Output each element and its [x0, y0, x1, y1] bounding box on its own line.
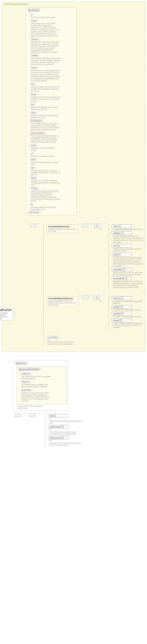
attributes-group: ▣ attributes idThe local identifier of t…	[26, 7, 77, 216]
root-type-name: Flex1ConceptPropType	[0, 309, 12, 311]
attribute-item: confidenceThe confidence with which the …	[20, 372, 65, 380]
attribute-name[interactable]: creatoruri	[30, 38, 40, 40]
attribute-name[interactable]: confidence	[20, 372, 32, 375]
attribute-name[interactable]: how	[30, 83, 36, 86]
attribute-item: pubconstrainturiOne or many constraints …	[30, 132, 75, 143]
element-desc: An identifier of a concept with equivale…	[113, 300, 143, 304]
root-type-box[interactable]: Flex1ConceptPropType Flexible generic PC…	[0, 308, 13, 320]
expand-icon[interactable]: +	[54, 414, 56, 417]
attribute-name[interactable]: id	[30, 13, 34, 16]
attribute-desc: Specifies the language of this property …	[31, 190, 60, 202]
any-attribute-box: any ##other	[28, 211, 41, 214]
element-box[interactable]: name+	[112, 224, 132, 228]
attribute-name[interactable]: pubconstrainturi	[30, 132, 45, 134]
element-name: mainConcept	[50, 426, 61, 428]
attribute-desc: Why the metadata has been included - exp…	[31, 114, 60, 118]
element-item: facetConcept+0..∞A concept which is face…	[48, 436, 82, 446]
attribute-name[interactable]: typeuri	[30, 176, 38, 180]
attribute-list: idThe local identifier of the propertycr…	[30, 13, 75, 210]
connector	[13, 314, 16, 314]
attribute-name[interactable]: modified	[30, 54, 39, 57]
attribute-name[interactable]: type	[30, 166, 36, 169]
extension-label: Flex1PropType (extension)	[4, 3, 143, 6]
occurrence: 0..∞	[47, 339, 143, 341]
attribute-name[interactable]: whyuri	[30, 111, 38, 114]
connector	[78, 296, 81, 296]
attribute-desc: The relevance of the metadata to the new…	[21, 384, 51, 388]
occurrence: 0..∞	[100, 228, 103, 230]
attribute-item: relevanceThe relevance of the metadata t…	[20, 380, 65, 388]
attribute-desc: A free-text value assigned as property v…	[31, 162, 60, 166]
attribute-item: literalA free-text value assigned as pro…	[30, 158, 75, 166]
expand-icon[interactable]: +	[62, 426, 64, 428]
model-group-desc: A group of properties required to define…	[48, 228, 77, 232]
element-desc: A link to an item or a web resource whic…	[113, 272, 143, 276]
any-other-attr: any ##other	[28, 211, 75, 213]
expand-icon[interactable]: +	[121, 312, 124, 315]
attribute-item: creatoruriIf the attribute is empty, spe…	[30, 38, 75, 53]
attribute-name[interactable]: why	[30, 103, 36, 106]
element-item: narrower+An identifier of a more specifi…	[112, 312, 143, 318]
attribute-desc: The type of the concept assigned as cont…	[31, 170, 60, 176]
attribute-name[interactable]: literal	[30, 158, 37, 161]
element-name: sameAs	[113, 297, 120, 299]
element-box[interactable]: mainConcept+	[48, 425, 68, 428]
quantify-group-desc: A group of attributes quantifying the pr…	[17, 405, 47, 409]
expand-icon[interactable]: +	[119, 225, 121, 228]
element-box[interactable]: bag+	[48, 414, 68, 418]
attribute-name[interactable]: pubconstraint	[30, 120, 43, 122]
root-complex-type: Flex1ConceptPropType Flexible generic PC…	[0, 308, 16, 320]
attribute-item: whyuriWhy the metadata has been included…	[30, 111, 75, 118]
expand-icon[interactable]: +	[125, 277, 127, 280]
element-box[interactable]: note+	[112, 244, 132, 248]
element-desc: A natural language name for the concept	[113, 228, 143, 230]
concept-relationships-group[interactable]: ConceptRelationshipsGroup A group of pro…	[46, 296, 78, 307]
connector	[26, 224, 29, 224]
element-item: remoteInfo+A link to an item or a web re…	[112, 268, 143, 276]
boxed-icon: ▣	[16, 362, 18, 364]
element-box[interactable]: narrower+	[112, 312, 132, 315]
element-box[interactable]: facetConcept+	[48, 436, 68, 440]
expand-icon[interactable]: +	[118, 245, 120, 247]
element-item: bag+0..1A group of existing concepts whi…	[48, 414, 82, 424]
attribute-desc: Why the metadata has been included - exp…	[31, 106, 60, 110]
element-desc: The concept which is faceted by other co…	[49, 431, 82, 435]
element-box[interactable]: facet+	[112, 253, 132, 256]
expand-icon[interactable]: +	[118, 254, 120, 256]
element-box[interactable]: remoteInfo+	[112, 268, 132, 271]
quantify-attr-list: confidenceThe confidence with which the …	[20, 372, 65, 402]
element-item: note+Additional natural language informa…	[112, 244, 143, 252]
expand-icon[interactable]: +	[62, 436, 64, 439]
element-desc: A group of existing concepts which expre…	[49, 420, 82, 424]
attribute-name[interactable]: uri	[30, 152, 34, 155]
attribute-name[interactable]: creator	[30, 20, 38, 22]
occurrence: 0..1	[49, 429, 82, 431]
any-element-box: any ##other	[46, 336, 59, 339]
element-box[interactable]: definition+	[112, 231, 132, 235]
attribute-name[interactable]: relevance	[20, 380, 31, 383]
element-box[interactable]: broader+	[112, 305, 132, 309]
attribute-name[interactable]: custom	[30, 66, 38, 69]
element-box[interactable]: hierarchyInfo+	[112, 276, 132, 280]
expand-icon[interactable]: +	[122, 232, 124, 234]
second-sequence: bag+0..1A group of existing concepts whi…	[14, 413, 82, 447]
attribute-name[interactable]: qcode	[30, 144, 37, 147]
boxed-icon: ▣	[20, 368, 21, 370]
expand-icon[interactable]: +	[121, 306, 123, 308]
attribute-name[interactable]: xml:lang	[30, 187, 39, 190]
attribute-item: derivedfromA reference to the concept fr…	[20, 389, 65, 402]
second-seq-children: bag+0..1A group of existing concepts whi…	[45, 413, 82, 447]
expand-icon[interactable]: +	[120, 319, 122, 322]
expand-icon[interactable]: +	[123, 268, 125, 271]
concept-definition-group[interactable]: ConceptDefinitionGroup A group of proper…	[46, 224, 78, 233]
attribute-name[interactable]: howuri	[30, 93, 38, 96]
attribute-item: dirThe directionality of textual content…	[30, 203, 75, 210]
attribute-name[interactable]: derivedfrom	[20, 389, 33, 392]
attribute-name[interactable]: dir	[30, 203, 34, 206]
connector	[90, 296, 93, 296]
attribute-item: typeuriThe type of the concept assigned …	[30, 176, 75, 186]
element-box[interactable]: related+	[112, 319, 132, 322]
expand-icon[interactable]: +	[121, 297, 123, 299]
element-item: hierarchyInfo+Represents the position of…	[112, 276, 143, 289]
element-box[interactable]: sameAs+	[112, 296, 132, 300]
